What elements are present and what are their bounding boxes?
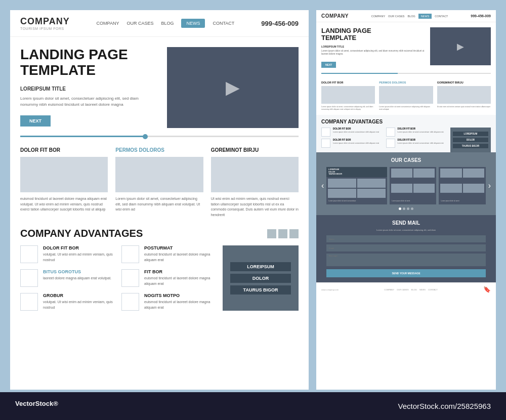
lp-adv-feat-line-1: LOREIPSUM [230, 262, 291, 271]
rp-video-progress-fill [321, 73, 398, 74]
lp-hero-title: LANDING PAGETEMPLATE [20, 47, 157, 78]
rp-case-imgs-2 [390, 167, 436, 199]
rp-footer-url: www.company.com [321, 288, 339, 291]
rp-nav-contact[interactable]: CONTACT [435, 15, 448, 18]
lp-adv-item-4: POSTURMAT euismod tincidunt ut laoreet d… [121, 245, 215, 263]
rp-cases-content: ‹ LOREIPSUMDOLORTAURUS BIGOR Lo [321, 167, 491, 204]
lp-nav-ourcases[interactable]: OUR CASES [126, 21, 153, 26]
lp-advantages: COMPANY ADVANTAGES DOLOR FIT BOR volutpa… [10, 218, 309, 311]
lp-hero: LANDING PAGETEMPLATE LOREIPSUM TITLE Lor… [10, 37, 309, 136]
rp-mail-email-input[interactable] [326, 244, 486, 251]
lp-nav-blog[interactable]: BLOG [161, 21, 174, 26]
lp-header: COMPANY TOURISM IPSUM FORS COMPANY OUR C… [10, 10, 309, 37]
rp-nav-ourcases[interactable]: OUR CASES [388, 15, 404, 18]
lp-adv-feat-line-3: TAURUS BIGOR [230, 285, 291, 295]
lp-logo: COMPANY TOURISM IPSUM FORS [20, 16, 70, 30]
rp-footer-news[interactable]: NEWS [419, 288, 426, 291]
rp-adv-desc-4: Lorem ipsum dolor sit amet consectetuer … [398, 142, 444, 145]
lp-adv-name-2[interactable]: BITUS GOROTUS [43, 269, 111, 274]
lp-adv-desc-5: euismod tincidunt ut laoreet dolore magn… [144, 276, 215, 286]
rp-adv-icon-1 [321, 128, 330, 137]
rp-dot-1[interactable] [399, 207, 401, 210]
lp-video-progress-fill [20, 136, 146, 137]
rp-case-text-1: Lorem ipsum dolor sit amet consectetuer [326, 199, 387, 204]
rp-hero-video[interactable] [430, 27, 491, 65]
lp-nav-news[interactable]: NEWS [181, 19, 205, 28]
lp-video-progress[interactable] [20, 136, 299, 137]
rp-cases-prev-arrow[interactable]: ‹ [321, 181, 324, 190]
lp-adv-icon-4 [121, 245, 139, 263]
rp-case-img-1c [328, 189, 356, 198]
rp-footer-ourcases[interactable]: OUR CASES [397, 288, 409, 291]
rp-card-3-img [437, 86, 491, 104]
rp-cases-dots [321, 207, 491, 210]
rp-adv-item-2: DOLOR FIT BOR Lorem ipsum dolor sit amet… [321, 139, 383, 148]
rp-hero-subtitle: LOREIPSUM TITLE [321, 45, 426, 48]
rp-mail-send-button[interactable]: SEND YOUR MESSAGE [326, 269, 486, 277]
lp-logo-name: COMPANY [20, 16, 70, 27]
lp-cards: DOLOR FIT BOR euismod tincidunt ut laore… [10, 137, 309, 218]
lp-adv-icon-5 [121, 269, 139, 287]
lp-next-button[interactable]: NEXT [20, 115, 51, 127]
rp-footer-contact[interactable]: CONTACT [428, 288, 438, 291]
rp-cards: DOLOR FIT BOR Lorem ipsum dolor sit amet… [316, 77, 496, 111]
rp-nav: COMPANY OUR CASES BLOG NEWS CONTACT [371, 14, 448, 19]
rp-adv-item-4: DOLOR FIT BOR Lorem ipsum dolor sit amet… [386, 139, 448, 148]
rp-footer-company[interactable]: COMPANY [384, 288, 394, 291]
lp-advantages-header: COMPANY ADVANTAGES [20, 228, 299, 239]
rp-next-button[interactable]: NEXT [321, 62, 336, 68]
rp-nav-company[interactable]: COMPANY [371, 15, 385, 18]
rp-cases-title: OUR CASES [321, 157, 491, 163]
lp-card-2-text: Lorem ipsum dolor sit amet, consectetuer… [115, 196, 203, 213]
rp-case-label: LOREIPSUMDOLORTAURUS BIGOR [326, 167, 387, 177]
rp-nav-blog[interactable]: BLOG [408, 15, 415, 18]
rp-case-item-2: Lorem ipsum dolor sit amet [390, 167, 436, 204]
rp-adv-name-3: DOLOR FIT BOR [398, 128, 444, 130]
rp-dot-2[interactable] [403, 207, 405, 210]
rp-footer-blog[interactable]: BLOG [411, 288, 417, 291]
rp-case-img-1d [357, 189, 386, 198]
rp-mail-message-input[interactable] [326, 254, 486, 266]
rp-case-imgs-3 [439, 167, 485, 199]
rp-card-3: GOREMINOT BIRJU Ut wisi enim ad minim ve… [437, 81, 491, 111]
rp-adv-feat-line-1: LOREIPSUM [453, 132, 488, 136]
rp-adv-icon-3 [386, 128, 395, 137]
rp-case-img-2d [413, 184, 435, 193]
rp-cases-grid: LOREIPSUMDOLORTAURUS BIGOR Lorem ipsum d… [326, 167, 485, 204]
lp-card-3-img [211, 157, 299, 192]
rp-mail-name-input[interactable] [326, 235, 486, 242]
lp-adv-sq-3 [289, 229, 299, 238]
rp-dot-4[interactable] [411, 207, 413, 210]
rp-card-2: PERMOS DOLOROS Lorem ipsum dolor sit ame… [379, 81, 433, 111]
rp-case-text-2: Lorem ipsum dolor sit amet [390, 199, 436, 204]
vectorstock-logo: VectorStock® [15, 399, 58, 412]
lp-card-1-text: euismod tincidunt ut laoreet dolore magn… [20, 196, 108, 213]
rp-adv-grid: DOLOR FIT BOR Lorem ipsum dolor sit amet… [321, 128, 491, 152]
lp-nav-contact[interactable]: CONTACT [213, 21, 234, 26]
rp-mail-form: SEND YOUR MESSAGE [321, 235, 491, 277]
lp-hero-video[interactable] [167, 47, 299, 128]
lp-adv-name-4: POSTURMAT [144, 245, 215, 250]
lp-adv-item-3: GROBUR volutpat. Ut wisi enim ad minim v… [20, 293, 114, 311]
rp-adv-right: DOLOR FIT BOR Lorem ipsum dolor sit amet… [386, 128, 448, 152]
rp-card-2-title[interactable]: PERMOS DOLOROS [379, 81, 433, 84]
lp-card-2-title[interactable]: PERMOS DOLOROS [115, 147, 203, 153]
rp-card-1-img [321, 86, 375, 104]
lp-adv-desc-6: euismod tincidunt ut laoreet dolore magn… [144, 300, 215, 310]
rp-nav-news[interactable]: NEWS [418, 14, 432, 19]
rp-cases-next-arrow[interactable]: › [488, 181, 491, 190]
rp-adv-icon-2 [321, 139, 330, 148]
right-panel: COMPANY COMPANY OUR CASES BLOG NEWS CONT… [316, 10, 496, 390]
rp-adv-left: DOLOR FIT BOR Lorem ipsum dolor sit amet… [321, 128, 383, 152]
lp-adv-sq-1 [267, 229, 276, 238]
lp-adv-content-6: NOGITS MOTPO euismod tincidunt ut laoree… [144, 293, 215, 310]
lp-adv-sq-2 [278, 229, 287, 238]
rp-card-3-title: GOREMINOT BIRJU [437, 81, 491, 84]
vectorstock-url: VectorStock.com/25825963 [398, 402, 491, 410]
lp-adv-rows: DOLOR FIT BOR volutpat. Ut wisi enim ad … [20, 245, 299, 311]
lp-adv-content-1: DOLOR FIT BOR volutpat. Ut wisi enim ad … [43, 245, 114, 263]
rp-dot-3[interactable] [407, 207, 409, 210]
rp-card-1: DOLOR FIT BOR Lorem ipsum dolor sit amet… [321, 81, 375, 111]
lp-adv-item-2: BITUS GOROTUS laoreet dolore magna aliqu… [20, 269, 114, 287]
lp-nav-company[interactable]: COMPANY [97, 21, 119, 26]
